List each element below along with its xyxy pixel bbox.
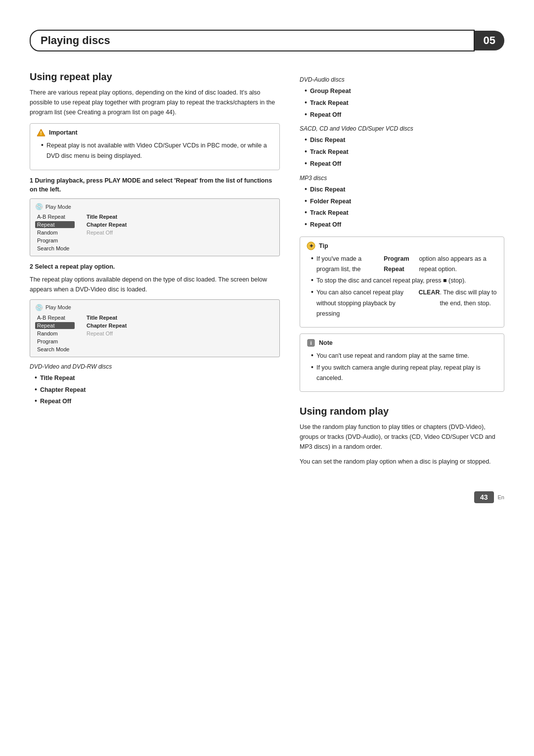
dvd-audio-category: DVD-Audio discs: [300, 76, 504, 83]
random-second: You can set the random play option when …: [300, 457, 504, 467]
mp3-bullet-2: Folder Repeat: [305, 195, 504, 207]
screen1-right-row-3: Repeat Off: [85, 229, 134, 236]
tip-icon: ✦: [306, 241, 316, 251]
dvd-audio-bullet-2: Track Repeat: [305, 97, 504, 109]
mp3-bullet-4: Repeat Off: [305, 219, 504, 231]
content-columns: Using repeat play There are various repe…: [30, 71, 504, 472]
dvd-video-section: DVD-Video and DVD-RW discs Title Repeat …: [30, 363, 280, 407]
screen1-body: A-B Repeat Repeat Random Program Search …: [35, 213, 274, 252]
dvd-video-bullet-1: Title Repeat: [35, 372, 280, 384]
tip-bullet-2: To stop the disc and cancel repeat play,…: [311, 275, 498, 286]
screen-mockup-2: 💿 Play Mode A-B Repeat Repeat Random Pro…: [30, 299, 280, 357]
important-label: Important: [49, 128, 78, 138]
screen2-right-row-3: Repeat Off: [85, 330, 134, 337]
sacd-bullet-3: Repeat Off: [305, 158, 504, 170]
important-box: ! Important Repeat play is not available…: [30, 123, 280, 170]
screen1-left-row-4: Program: [35, 237, 75, 244]
chapter-number: 05: [475, 31, 504, 50]
random-play-heading: Using random play: [300, 406, 504, 417]
step2-heading: 2 Select a repeat play option.: [30, 262, 280, 272]
screen1-right-row-1: Title Repeat: [85, 213, 134, 220]
screen2-body: A-B Repeat Repeat Random Program Search …: [35, 314, 274, 353]
tip-bullet-3: You can also cancel repeat play without …: [311, 286, 498, 319]
tip-bullets: If you've made a program list, the Progr…: [306, 253, 498, 319]
disc-icon-1: 💿: [35, 203, 43, 210]
screen1-right-col: Title Repeat Chapter Repeat Repeat Off: [85, 213, 134, 252]
tip-box: ✦ Tip If you've made a program list, the…: [300, 236, 504, 328]
random-intro: Use the random play function to play tit…: [300, 422, 504, 452]
important-header: ! Important: [36, 128, 273, 138]
dvd-video-bullets: Title Repeat Chapter Repeat Repeat Off: [30, 372, 280, 407]
mp3-bullet-3: Track Repeat: [305, 207, 504, 219]
right-column: DVD-Audio discs Group Repeat Track Repea…: [300, 71, 504, 472]
screen2-left-row-5: Search Mode: [35, 346, 75, 353]
note-label: Note: [319, 338, 333, 348]
page-header: Playing discs 05: [30, 30, 504, 51]
mp3-bullets: Disc Repeat Folder Repeat Track Repeat R…: [300, 184, 504, 231]
page-number: 43: [474, 491, 494, 503]
page-footer: 43 En: [30, 491, 504, 503]
note-icon: i: [306, 338, 316, 348]
screen2-left-row-3: Random: [35, 330, 75, 337]
screen2-right-row-1: Title Repeat: [85, 314, 134, 321]
mp3-bullet-1: Disc Repeat: [305, 184, 504, 195]
screen2-right-col: Title Repeat Chapter Repeat Repeat Off: [85, 314, 134, 353]
screen1-right-row-2: Chapter Repeat: [85, 221, 134, 228]
screen1-title: Play Mode: [45, 204, 71, 210]
step1-heading: 1 During playback, press PLAY MODE and s…: [30, 176, 280, 195]
important-bullets: Repeat play is not available with Video …: [36, 140, 273, 162]
page-lang: En: [498, 494, 504, 500]
page-title: Playing discs: [30, 30, 475, 51]
screen2-left-row-4: Program: [35, 338, 75, 345]
dvd-video-bullet-2: Chapter Repeat: [35, 384, 280, 396]
screen1-left-row-2: Repeat: [35, 221, 75, 228]
screen2-title: Play Mode: [45, 304, 71, 310]
screen2-right-row-2: Chapter Repeat: [85, 322, 134, 329]
disc-icon-2: 💿: [35, 304, 43, 311]
note-bullets: You can't use repeat and random play at …: [306, 350, 498, 383]
left-column: Using repeat play There are various repe…: [30, 71, 280, 472]
screen2-left-row-2: Repeat: [35, 322, 75, 329]
screen1-left-row-5: Search Mode: [35, 245, 75, 252]
step2-description: The repeat play options available depend…: [30, 275, 280, 294]
important-bullet-1: Repeat play is not available with Video …: [41, 140, 273, 162]
dvd-video-bullet-3: Repeat Off: [35, 395, 280, 407]
screen2-header: 💿 Play Mode: [35, 304, 274, 311]
sacd-bullets: Disc Repeat Track Repeat Repeat Off: [300, 134, 504, 169]
dvd-video-category: DVD-Video and DVD-RW discs: [30, 363, 280, 370]
tip-label: Tip: [319, 241, 328, 251]
header-title-bar: Playing discs 05: [30, 30, 504, 51]
svg-text:i: i: [310, 340, 312, 346]
tip-bullet-1: If you've made a program list, the Progr…: [311, 253, 498, 275]
dvd-audio-bullet-1: Group Repeat: [305, 85, 504, 97]
note-header: i Note: [306, 338, 498, 348]
screen-mockup-1: 💿 Play Mode A-B Repeat Repeat Random Pro…: [30, 198, 280, 256]
dvd-audio-bullet-3: Repeat Off: [305, 109, 504, 121]
important-icon: !: [36, 128, 46, 138]
intro-text: There are various repeat play options, d…: [30, 88, 280, 117]
svg-text:✦: ✦: [309, 243, 313, 249]
section-heading-repeat: Using repeat play: [30, 71, 280, 83]
sacd-bullet-1: Disc Repeat: [305, 134, 504, 146]
svg-text:!: !: [40, 131, 42, 136]
screen2-left-row-1: A-B Repeat: [35, 314, 75, 321]
mp3-category: MP3 discs: [300, 175, 504, 182]
note-bullet-1: You can't use repeat and random play at …: [311, 350, 498, 362]
tip-header: ✦ Tip: [306, 241, 498, 251]
sacd-bullet-2: Track Repeat: [305, 146, 504, 158]
note-box: i Note You can't use repeat and random p…: [300, 333, 504, 392]
sacd-category: SACD, CD and Video CD/Super VCD discs: [300, 125, 504, 132]
dvd-audio-bullets: Group Repeat Track Repeat Repeat Off: [300, 85, 504, 120]
screen2-left-col: A-B Repeat Repeat Random Program Search …: [35, 314, 75, 353]
screen1-left-row-1: A-B Repeat: [35, 213, 75, 220]
note-bullet-2: If you switch camera angle during repeat…: [311, 362, 498, 384]
screen1-header: 💿 Play Mode: [35, 203, 274, 210]
screen1-left-col: A-B Repeat Repeat Random Program Search …: [35, 213, 75, 252]
random-play-section: Using random play Use the random play fu…: [300, 406, 504, 467]
screen1-left-row-3: Random: [35, 229, 75, 236]
